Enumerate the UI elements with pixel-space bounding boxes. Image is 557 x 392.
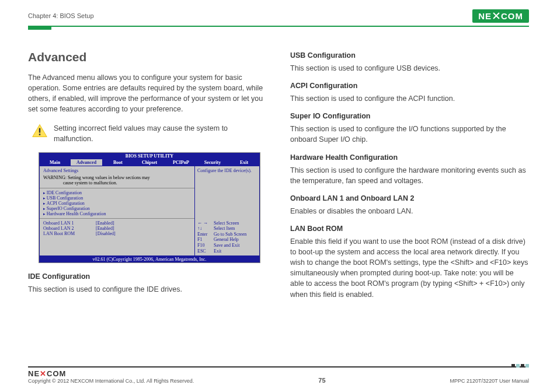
header-rule [28, 26, 529, 30]
bios-menu-item-selected: IDE Configuration [47, 190, 82, 195]
section-heading: ACPI Configuration [290, 82, 529, 90]
page-title: Advanced [28, 50, 267, 64]
bios-title: BIOS SETUP UTILITY [39, 153, 260, 159]
bios-menu-item: Hardware Health Configuration [43, 211, 191, 216]
bios-footer: v02.61 (C)Copyright 1985-2006, American … [39, 256, 260, 262]
doc-title: MPPC 2120T/3220T User Manual [450, 378, 529, 384]
section-text: Enables or disables the onboard LAN. [290, 206, 529, 216]
bios-warning-line: WARNING: Setting wrong values in below s… [43, 175, 150, 180]
page-number: 75 [194, 377, 450, 384]
footer-rule [28, 366, 529, 368]
section-heading: USB Configuration [290, 51, 529, 60]
ide-heading: IDE Configuration [28, 272, 267, 281]
section-heading: LAN Boot ROM [290, 225, 529, 233]
bios-kv-row: Onboard LAN 1[Enabled] [43, 220, 191, 226]
bios-settings-header: Advanced Settings [43, 168, 191, 173]
section-heading: Hardware Health Configuration [290, 153, 529, 162]
bios-tab: Exit [228, 159, 260, 166]
warning-icon [32, 123, 48, 138]
ide-text: This section is used to configure the ID… [28, 284, 267, 295]
bios-tab: Chipset [134, 159, 165, 166]
copyright-text: Copyright © 2012 NEXCOM International Co… [28, 378, 194, 384]
bios-warning-line: cause system to malfunction. [63, 180, 117, 186]
bios-tabs: Main Advanced Boot Chipset PCIPnP Securi… [39, 159, 260, 166]
bios-tab-active: Advanced [71, 159, 102, 166]
section-heading: Onboard LAN 1 and Onboard LAN 2 [290, 194, 529, 202]
section-text: This section is used to configure the I/… [290, 124, 529, 145]
bios-tab: Boot [102, 159, 134, 166]
bios-tab: Security [197, 159, 228, 166]
bios-kv-row: LAN Boot ROM[Disabled] [43, 231, 191, 236]
section-heading: Super IO Configuration [290, 112, 529, 120]
intro-paragraph: The Advanced menu allows you to configur… [28, 72, 267, 115]
bios-menu-item: USB Configuration [43, 195, 191, 201]
bios-kv-row: Onboard LAN 2[Enabled] [43, 226, 191, 231]
svg-rect-2 [39, 134, 40, 135]
footer-logo: NE✕COM [28, 369, 194, 378]
svg-rect-1 [39, 128, 40, 132]
chapter-label: Chapter 4: BIOS Setup [28, 12, 94, 19]
section-text: This section is used to configure the AC… [290, 93, 529, 104]
brand-logo: NECOM [472, 9, 529, 23]
bios-tab: Main [39, 159, 71, 166]
section-text: This section is used to configure USB de… [290, 63, 529, 74]
bios-help-keys: ← →Select Screen ↑↓Select Item EnterGo t… [197, 220, 257, 254]
section-text: This section is used to configure the ha… [290, 165, 529, 186]
warning-text: Setting incorrect field values may cause… [54, 123, 267, 144]
section-text: Enable this field if you want to use the… [290, 236, 529, 300]
bios-screenshot: BIOS SETUP UTILITY Main Advanced Boot Ch… [39, 152, 260, 263]
bios-menu-item: ACPI Configuration [43, 201, 191, 206]
bios-tab: PCIPnP [165, 159, 197, 166]
bios-menu-item: SuperIO Configuration [43, 206, 191, 211]
bios-help-text: Configure the IDE device(s). [197, 168, 257, 173]
